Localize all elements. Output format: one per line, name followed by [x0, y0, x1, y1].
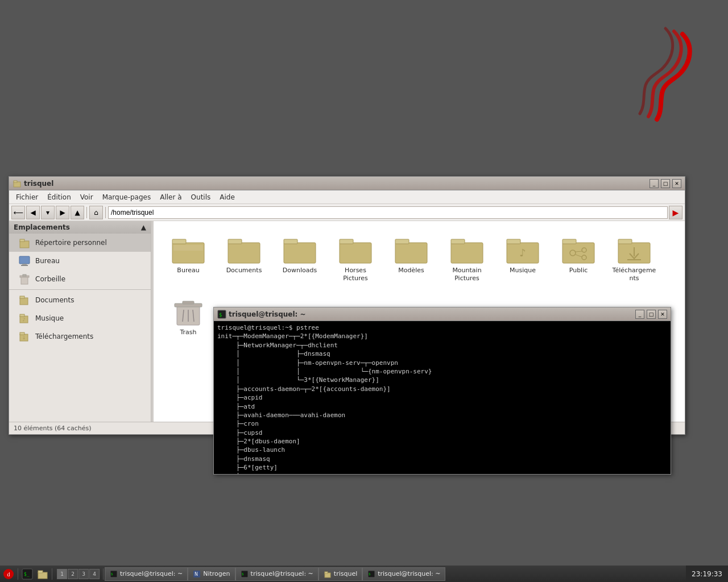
svg-rect-21 — [228, 243, 260, 263]
desktop-sidebar-icon — [18, 255, 31, 267]
menu-aide[interactable]: Aide — [215, 192, 239, 202]
workspace-4[interactable]: 4 — [89, 569, 100, 579]
taskbar-task-terminal-1-label: trisquel@trisquel: ~ — [120, 570, 183, 577]
workspace-switcher: 1 2 3 4 — [57, 569, 100, 579]
back-back-button[interactable]: ⟵ — [11, 206, 25, 219]
sidebar-item-corbeille[interactable]: Corbeille — [9, 270, 151, 288]
workspace-3[interactable]: 3 — [78, 569, 89, 579]
go-button[interactable]: ▶ — [669, 206, 682, 219]
sidebar-label-bureau: Bureau — [35, 257, 60, 265]
svg-rect-10 — [20, 298, 28, 305]
svg-rect-4 — [19, 256, 30, 264]
taskbar-sep-3 — [103, 568, 104, 580]
sidebar-item-bureau[interactable]: Bureau — [9, 252, 151, 270]
taskbar-task-terminal-2[interactable]: $ trisquel@trisquel: ~ — [235, 567, 318, 581]
menu-fichier[interactable]: Fichier — [11, 192, 43, 202]
svg-text:$: $ — [369, 572, 371, 576]
trisquel-logo — [626, 23, 694, 125]
svg-rect-66 — [325, 572, 328, 573]
folder-mountain[interactable]: Mountain Pictures — [441, 230, 493, 288]
home-button[interactable]: ⌂ — [89, 206, 103, 219]
close-button[interactable]: ✕ — [672, 179, 681, 188]
folder-horses[interactable]: Horses Pictures — [330, 230, 381, 288]
terminal-window: $ trisquel@trisquel: ~ _ □ ✕ trisquel@tr… — [213, 307, 671, 475]
menu-marque-pages[interactable]: Marque-pages — [98, 192, 156, 202]
downloads-sidebar-icon: ↓ — [18, 330, 31, 343]
svg-rect-26 — [340, 239, 353, 244]
folder-documents-label: Documents — [226, 267, 262, 275]
folder-modeles[interactable]: Modèles — [386, 230, 437, 288]
terminal-titlebar: $ trisquel@trisquel: ~ _ □ ✕ — [214, 307, 671, 321]
sidebar-item-home[interactable]: Répertoire personnel — [9, 234, 151, 252]
menu-outils[interactable]: Outils — [187, 192, 216, 202]
svg-text:N: N — [195, 572, 198, 577]
sidebar-item-telechargements[interactable]: ↓ Téléchargements — [9, 327, 151, 346]
folder-musique[interactable]: ♪ Musique — [497, 230, 548, 288]
maximize-button[interactable]: □ — [661, 179, 670, 188]
svg-rect-9 — [23, 275, 26, 276]
toolbar-sep-2 — [105, 207, 106, 218]
svg-rect-57 — [38, 572, 47, 579]
taskbar-task-terminal-3-label: trisquel@trisquel: ~ — [378, 570, 440, 577]
terminal-maximize[interactable]: □ — [647, 310, 656, 319]
task-nitrogen-icon: N — [193, 570, 201, 578]
taskbar-task-nitrogen-label: Nitrogen — [203, 570, 230, 577]
sidebar-header[interactable]: Emplacements ▲ — [9, 221, 151, 234]
terminal-content[interactable]: trisquel@trisquel:~$ pstree init─┬─Modem… — [214, 321, 671, 474]
svg-rect-58 — [38, 571, 43, 573]
folder-telechargements[interactable]: Téléchargements — [609, 230, 660, 288]
folder-trash[interactable]: Trash — [163, 292, 214, 341]
menu-voir[interactable]: Voir — [76, 192, 98, 202]
svg-rect-22 — [228, 239, 242, 244]
folder-documents[interactable]: Documents — [218, 230, 270, 288]
taskbar-files-icon[interactable] — [35, 567, 50, 581]
sidebar-item-documents[interactable]: Documents — [9, 291, 151, 309]
debian-logo-icon: d — [2, 568, 15, 580]
taskbar-task-filemanager-label: trisquel — [334, 570, 357, 577]
workspace-2[interactable]: 2 — [68, 569, 78, 579]
forward-button[interactable]: ▶ — [56, 206, 69, 219]
terminal-minimize[interactable]: _ — [635, 310, 644, 319]
svg-text:d: d — [7, 571, 10, 577]
sidebar-item-musique[interactable]: ♪ Musique — [9, 309, 151, 327]
folder-bureau[interactable]: Bureau — [163, 230, 214, 288]
svg-rect-25 — [340, 243, 371, 263]
taskbar-task-terminal-1[interactable]: $ trisquel@trisquel: ~ — [105, 567, 188, 581]
menu-aller-a[interactable]: Aller à — [155, 192, 186, 202]
up-button[interactable]: ▲ — [71, 206, 84, 219]
taskbar-sep-2 — [52, 568, 52, 580]
svg-text:♪: ♪ — [519, 247, 526, 259]
svg-rect-32 — [507, 239, 520, 244]
menu-edition[interactable]: Édition — [43, 192, 76, 202]
back-dropdown-button[interactable]: ▾ — [41, 206, 55, 219]
toolbar: ⟵ ◀ ▾ ▶ ▲ ⌂ ▶ — [9, 204, 685, 221]
taskbar-terminal-icon[interactable]: $_ — [20, 567, 35, 581]
clock: 23:19:33 — [686, 566, 728, 583]
file-manager-titlebar: trisquel _ □ ✕ — [9, 177, 685, 190]
taskbar-apps: d $_ — [0, 567, 55, 581]
folder-public[interactable]: Public — [553, 230, 604, 288]
svg-rect-20 — [173, 245, 203, 251]
sidebar-label-telechargements: Téléchargements — [35, 332, 93, 340]
back-button[interactable]: ◀ — [26, 206, 40, 219]
svg-text:↓: ↓ — [22, 335, 26, 340]
taskbar-task-nitrogen[interactable]: N Nitrogen — [188, 567, 235, 581]
folder-documents-icon — [227, 235, 261, 264]
taskbar-task-filemanager[interactable]: trisquel — [318, 567, 362, 581]
file-manager-titlebar-icon — [13, 179, 22, 188]
taskbar-debian-icon[interactable]: d — [1, 567, 16, 581]
svg-text:$: $ — [219, 312, 222, 318]
toolbar-sep-1 — [86, 207, 87, 218]
taskbar-task-terminal-3[interactable]: $ trisquel@trisquel: ~ — [362, 567, 445, 581]
folder-trash-icon — [171, 297, 205, 326]
svg-rect-3 — [20, 239, 24, 242]
address-bar[interactable] — [108, 206, 668, 219]
workspace-1[interactable]: 1 — [57, 569, 67, 579]
folder-downloads[interactable]: Downloads — [274, 230, 325, 288]
terminal-close[interactable]: ✕ — [658, 310, 667, 319]
svg-text:$_: $_ — [24, 572, 30, 577]
minimize-button[interactable]: _ — [650, 179, 659, 188]
svg-rect-27 — [395, 243, 427, 263]
taskbar-right: 23:19:33 — [686, 566, 728, 583]
task-terminal-2-icon: $ — [241, 570, 249, 578]
